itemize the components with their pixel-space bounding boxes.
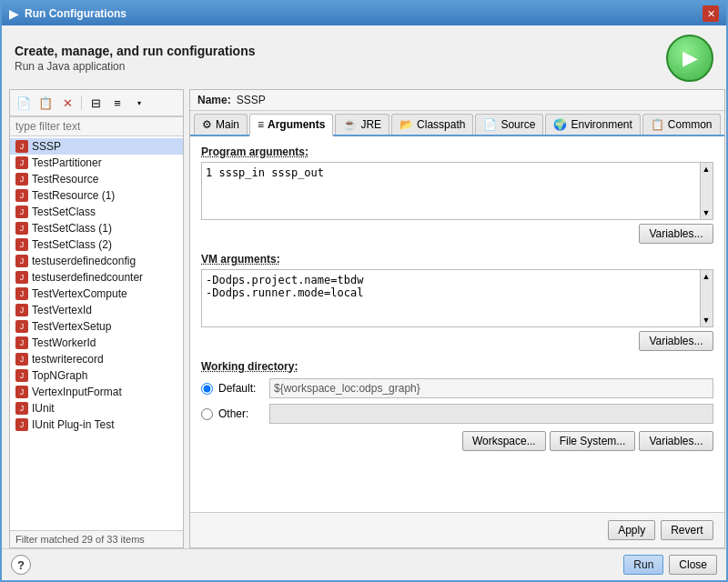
config-item[interactable]: JTestVertexId [10,302,183,318]
program-args-textarea[interactable]: 1 sssp_in sssp_out [201,162,701,220]
config-item[interactable]: JTestSetClass [10,204,183,220]
other-radio-label: Other: [218,407,264,420]
left-panel: 📄 📋 ✕ ⊟ ≡ ▾ JSSSPJTestPartitionerJTestRe… [9,89,184,548]
title-bar: ▶ Run Configurations ✕ [2,2,726,25]
config-item-icon: J [15,336,28,349]
config-item[interactable]: Jtestwriterecord [10,351,183,367]
close-dialog-button[interactable]: Close [669,555,717,575]
config-item-icon: J [15,386,28,398]
config-item[interactable]: JIUnit [10,400,183,416]
config-item-name: testwriterecord [32,353,104,366]
bottom-bar: Apply Revert [190,512,724,547]
header-area: Create, manage, and run configurations R… [2,25,726,89]
name-label: Name: [197,94,231,106]
config-item-name: testuserdefinedconfig [32,255,136,267]
title-bar-close-button[interactable]: ✕ [703,5,719,22]
config-item[interactable]: JTestSetClass (1) [10,220,183,236]
config-item-name: TestSetClass (1) [32,222,112,235]
config-item[interactable]: JIUnit Plug-in Test [10,416,183,433]
config-item-name: testuserdefinedcounter [32,271,143,284]
name-value: SSSP [237,94,266,106]
config-item-name: TopNGraph [32,369,87,382]
config-item-name: TestResource [32,173,98,186]
other-radio[interactable] [201,408,213,420]
working-dir-section: Working directory: Default: Other: [201,360,713,451]
tab-label-source: Source [500,118,535,131]
right-panel: Name: SSSP ⚙Main≡Arguments☕JRE📂Classpath… [189,89,725,548]
filter-status: Filter matched 29 of 33 items [10,530,183,547]
tab-icon-main: ⚙ [202,118,212,131]
config-item[interactable]: JTestVertexSetup [10,318,183,335]
other-dir-input[interactable] [269,404,713,424]
program-args-scrollbar-up[interactable]: ▲ [703,165,711,174]
config-item[interactable]: Jtestuserdefinedconfig [10,253,183,269]
config-item-icon: J [15,222,28,235]
config-item-name: IUnit [32,402,55,415]
config-item-name: TestSetClass (2) [32,238,112,251]
help-button[interactable]: ? [11,555,31,575]
more-button[interactable]: ≡ [107,93,127,113]
tab-label-main: Main [216,118,239,131]
run-button[interactable]: ▶ [666,35,713,82]
config-item[interactable]: JSSSP [10,138,183,155]
config-item-icon: J [15,156,28,169]
vm-variables-button[interactable]: Variables... [639,331,713,351]
config-item-icon: J [15,189,28,202]
variables-button[interactable]: Variables... [639,431,713,451]
config-item[interactable]: Jtestuserdefinedcounter [10,269,183,286]
config-item-name: TestWorkerId [32,336,96,349]
tab-icon-arguments: ≡ [258,118,264,131]
title-bar-left: ▶ Run Configurations [9,6,126,21]
config-item-icon: J [15,173,28,186]
tab-main[interactable]: ⚙Main [194,114,248,135]
config-item[interactable]: JTestResource (1) [10,187,183,204]
config-item[interactable]: JTestResource [10,171,183,187]
vm-args-scrollbar-down[interactable]: ▼ [703,316,711,325]
tab-classpath[interactable]: 📂Classpath [391,114,473,135]
workspace-button[interactable]: Workspace... [462,431,546,451]
duplicate-button[interactable]: 📋 [35,93,56,113]
workspace-buttons: Workspace... File System... Variables... [201,431,713,451]
config-item[interactable]: JTopNGraph [10,367,183,384]
tab-environment[interactable]: 🌍Environment [545,114,640,135]
program-variables-button[interactable]: Variables... [639,224,713,244]
more-dropdown-arrow[interactable]: ▾ [129,93,149,113]
config-item-icon: J [15,271,28,284]
collapse-button[interactable]: ⊟ [86,93,106,113]
default-radio-row: Default: [201,378,713,398]
config-item-icon: J [15,353,28,366]
tab-label-common: Common [668,118,713,131]
program-args-scrollbar-down[interactable]: ▼ [703,208,711,217]
new-config-button[interactable]: 📄 [14,93,34,113]
config-item[interactable]: JTestSetClass (2) [10,236,183,253]
tab-icon-source: 📄 [483,118,497,131]
revert-button[interactable]: Revert [661,520,713,540]
other-radio-row: Other: [201,404,713,424]
default-dir-input[interactable] [269,378,713,398]
dialog-bottom-buttons: Run Close [623,555,717,575]
config-item[interactable]: JVertexInputFormat [10,384,183,400]
tab-source[interactable]: 📄Source [475,114,543,135]
config-item[interactable]: JTestWorkerId [10,335,183,351]
config-item[interactable]: JTestVertexCompute [10,286,183,302]
config-item[interactable]: JTestPartitioner [10,155,183,171]
left-panel-toolbar: 📄 📋 ✕ ⊟ ≡ ▾ [10,90,183,116]
tab-icon-jre: ☕ [343,118,357,131]
tab-common[interactable]: 📋Common [642,114,721,135]
config-item-icon: J [15,418,28,431]
vm-args-scrollbar-up[interactable]: ▲ [703,272,711,281]
run-dialog-button[interactable]: Run [623,555,663,575]
filter-input[interactable] [10,116,183,136]
delete-button[interactable]: ✕ [57,93,77,113]
tab-jre[interactable]: ☕JRE [335,114,389,135]
apply-button[interactable]: Apply [608,520,655,540]
tab-icon-classpath: 📂 [399,118,413,131]
tab-label-environment: Environment [571,118,632,131]
vm-args-textarea[interactable] [201,269,701,327]
file-system-button[interactable]: File System... [550,431,636,451]
default-radio[interactable] [201,383,213,395]
title-bar-title: Run Configurations [25,7,126,20]
run-configurations-dialog: ▶ Run Configurations ✕ Create, manage, a… [0,0,728,582]
tab-arguments[interactable]: ≡Arguments [249,114,333,136]
tab-icon-common: 📋 [651,118,664,131]
